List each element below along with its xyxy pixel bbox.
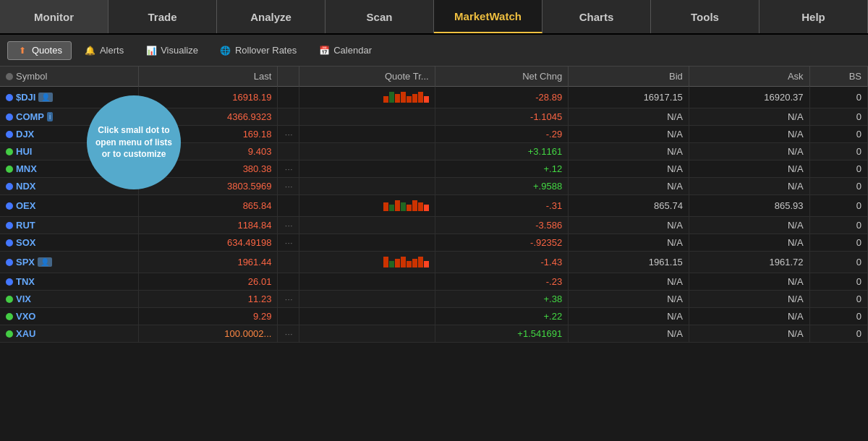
symbol-text[interactable]: SOX — [16, 237, 35, 248]
symbol-text[interactable]: RUT — [16, 220, 35, 231]
bar-segment — [383, 257, 388, 267]
subnav-quotes[interactable]: ⬆ Quotes — [7, 41, 72, 60]
symbol-text[interactable]: COMP — [16, 111, 44, 122]
nav-tools[interactable]: Tools — [651, 0, 760, 33]
table-row[interactable]: OEX865.84-.31865.74865.930 — [0, 195, 868, 217]
symbol-text[interactable]: XAU — [16, 328, 35, 339]
bar-segment — [412, 200, 417, 211]
cell-ask: N/A — [689, 126, 809, 143]
bar-segment — [389, 92, 394, 103]
symbol-text[interactable]: VXO — [16, 311, 35, 322]
net-value: +3.1161 — [528, 146, 562, 157]
bar-segment — [407, 96, 412, 103]
bar-segment — [407, 205, 412, 211]
cell-spark — [278, 87, 299, 108]
nav-help[interactable]: Help — [760, 0, 868, 33]
sparkline-dots: ··· — [285, 131, 293, 139]
nav-marketwatch[interactable]: MarketWatch — [434, 0, 542, 33]
cell-last: 100.0002... — [139, 325, 278, 343]
col-quote-trend: Quote Tr... — [299, 67, 435, 87]
cell-net-chng: +.22 — [435, 308, 569, 325]
table-row[interactable]: TNX26.01-.23N/AN/A0 — [0, 273, 868, 291]
nav-monitor[interactable]: Monitor — [0, 0, 109, 33]
cell-last: 1184.84 — [139, 217, 278, 234]
quotes-icon: ⬆ — [17, 45, 28, 56]
dot-indicator[interactable] — [6, 313, 13, 320]
cell-spark: ··· — [278, 291, 299, 308]
subnav-calendar[interactable]: 📅 Calendar — [310, 42, 380, 59]
visualize-icon: 📊 — [145, 45, 157, 56]
symbol-text[interactable]: $DJI — [16, 92, 35, 103]
net-value: -.23 — [546, 276, 562, 287]
table-row[interactable]: RUT1184.84···-3.586N/AN/A0 — [0, 217, 868, 234]
symbol-text[interactable]: HUI — [16, 146, 32, 157]
col-spark — [278, 67, 299, 87]
symbol-text[interactable]: VIX — [16, 294, 31, 304]
cell-last: 11.23 — [139, 291, 278, 308]
cell-quote-trend — [299, 178, 435, 195]
cell-quote-trend — [299, 160, 435, 178]
bar-segment — [401, 202, 406, 211]
symbol-text[interactable]: TNX — [16, 276, 35, 287]
subnav-visualize[interactable]: 📊 Visualize — [137, 42, 207, 59]
cell-net-chng: -.31 — [435, 195, 569, 217]
dot-indicator[interactable] — [6, 183, 13, 190]
last-value: 380.38 — [243, 163, 272, 174]
dot-indicator[interactable] — [6, 148, 13, 155]
symbol-text[interactable]: DJX — [16, 129, 34, 140]
bar-segment — [412, 259, 417, 267]
dot-indicator[interactable] — [6, 296, 13, 303]
cell-bid: N/A — [569, 160, 689, 178]
dot-indicator[interactable] — [6, 222, 13, 229]
cell-quote-trend — [299, 195, 435, 217]
symbol-text[interactable]: MNX — [16, 163, 37, 174]
nav-charts[interactable]: Charts — [542, 0, 651, 33]
cell-spark — [278, 195, 299, 217]
table-row[interactable]: SOX634.49198···-.92352N/AN/A0 — [0, 234, 868, 252]
cell-bid: N/A — [569, 308, 689, 325]
cell-last: 634.49198 — [139, 234, 278, 252]
cell-ask: 16920.37 — [689, 87, 809, 108]
cell-bid: N/A — [569, 217, 689, 234]
cell-bs: 0 — [809, 178, 867, 195]
nav-analyze[interactable]: Analyze — [217, 0, 326, 33]
cell-last: 1961.44 — [139, 252, 278, 273]
dot-indicator[interactable] — [6, 278, 13, 286]
cell-quote-trend — [299, 252, 435, 273]
symbol-text[interactable]: OEX — [16, 200, 35, 211]
nav-scan[interactable]: Scan — [326, 0, 434, 33]
dot-indicator[interactable] — [6, 114, 13, 121]
dot-indicator[interactable] — [6, 330, 13, 338]
cell-ask: N/A — [689, 143, 809, 160]
last-value: 169.18 — [243, 129, 272, 140]
bar-segment — [395, 259, 400, 267]
quote-bars — [383, 254, 429, 267]
cell-net-chng: +3.1161 — [435, 143, 569, 160]
table-row[interactable]: SPX👤1961.44-1.431961.151961.720 — [0, 252, 868, 273]
dot-indicator[interactable] — [6, 94, 13, 101]
subnav-rollover-rates[interactable]: 🌐 Rollover Rates — [211, 42, 305, 59]
dot-indicator[interactable] — [6, 202, 13, 210]
cell-spark: ··· — [278, 160, 299, 178]
dot-indicator[interactable] — [6, 239, 13, 247]
cell-quote-trend — [299, 217, 435, 234]
last-value: 1184.84 — [237, 220, 271, 231]
table-row[interactable]: VXO9.29+.22N/AN/A0 — [0, 308, 868, 325]
dot-indicator[interactable] — [6, 259, 13, 266]
cell-quote-trend — [299, 325, 435, 343]
subnav-alerts[interactable]: 🔔 Alerts — [76, 42, 132, 59]
symbol-text[interactable]: NDX — [16, 181, 35, 192]
cell-last: 865.84 — [139, 195, 278, 217]
cell-ask: N/A — [689, 108, 809, 126]
bar-segment — [407, 261, 412, 267]
table-row[interactable]: XAU100.0002...···+1.541691N/AN/A0 — [0, 325, 868, 343]
dot-indicator[interactable] — [6, 166, 13, 173]
last-value: 634.49198 — [227, 237, 271, 248]
dot-indicator[interactable] — [6, 131, 13, 138]
table-row[interactable]: VIX11.23···+.38N/AN/A0 — [0, 291, 868, 308]
cell-bid: 865.74 — [569, 195, 689, 217]
symbol-text[interactable]: SPX — [16, 257, 35, 267]
badge-person: 👤 — [38, 257, 52, 267]
cell-symbol: VXO — [0, 308, 139, 325]
nav-trade[interactable]: Trade — [109, 0, 217, 33]
